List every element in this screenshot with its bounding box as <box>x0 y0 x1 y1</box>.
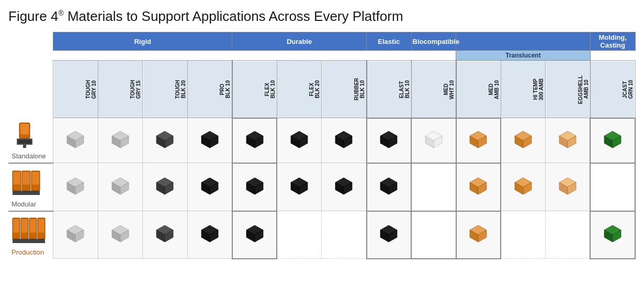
svg-rect-50 <box>13 191 40 195</box>
cell-standalone-tough_gry15 <box>98 118 143 163</box>
cell-standalone-flex_blk10 <box>232 118 277 163</box>
cell-standalone-rubber_blk10 <box>322 118 367 163</box>
cell-modular-flex_blk20 <box>277 163 322 211</box>
empty-biocompat-sub <box>411 51 456 61</box>
col-jcast-grn10: JCASTGRN 10 <box>590 61 635 118</box>
cell-production-tough_gry10 <box>53 211 98 259</box>
group-header-durable: Durable <box>232 32 367 51</box>
empty-elastic-sub <box>367 51 412 61</box>
group-header-hitemp <box>456 32 591 51</box>
col-flex-blk10: FLEXBLK 10 <box>232 61 277 118</box>
row-label-text-production: Production <box>12 248 44 256</box>
col-eggshell-amb: EGGSHELLAMB 10 <box>546 61 591 118</box>
col-flex-blk20: FLEXBLK 20 <box>277 61 322 118</box>
svg-rect-45 <box>13 172 20 185</box>
svg-rect-3 <box>18 140 31 144</box>
cell-standalone-eggshell_amb <box>546 118 591 163</box>
cell-standalone-tough_blk20 <box>143 118 188 163</box>
row-label-text-modular: Modular <box>12 200 36 208</box>
cell-production-flex_blk10 <box>232 211 277 259</box>
cell-modular-med_wht10 <box>411 163 456 211</box>
svg-rect-85 <box>13 219 19 233</box>
cell-production-tough_gry15 <box>98 211 143 259</box>
col-rubber-blk10: RUBBERBLK 10 <box>322 61 367 118</box>
svg-rect-91 <box>38 219 44 233</box>
svg-rect-4 <box>23 145 26 148</box>
cell-modular-rubber_blk10 <box>322 163 367 211</box>
cell-production-pro_blk10 <box>187 211 232 259</box>
subgroup-translucent: Translucent <box>456 51 591 61</box>
cell-production-rubber_blk10 <box>322 211 367 259</box>
group-header-molding: Molding, Casting <box>590 32 635 51</box>
group-header-elastic: Elastic <box>367 32 412 51</box>
page-title: Figure 4® Materials to Support Applicati… <box>8 8 636 25</box>
col-elast-blk10: ELASTBLK 10 <box>367 61 412 118</box>
empty-rigid-sub <box>53 51 232 61</box>
cell-modular-jcast_grn10 <box>590 163 635 211</box>
empty-header2 <box>8 51 53 61</box>
row-label-text-standalone: Standalone <box>12 152 46 160</box>
machine-image-standalone <box>12 120 50 151</box>
cell-standalone-hitemp_300 <box>501 118 546 163</box>
cell-modular-elast_blk10 <box>367 163 412 211</box>
machine-image-production <box>12 214 50 247</box>
cell-production-elast_blk10 <box>367 211 412 259</box>
cell-production-tough_blk20 <box>143 211 188 259</box>
col-tough-blk20: TOUGHBLK 20 <box>143 61 188 118</box>
cell-standalone-med_amb10 <box>456 118 501 163</box>
cell-production-flex_blk20 <box>277 211 322 259</box>
cell-production-med_amb10 <box>456 211 501 259</box>
svg-rect-47 <box>22 172 30 185</box>
cell-modular-tough_gry10 <box>53 163 98 211</box>
svg-rect-89 <box>30 219 36 233</box>
cell-modular-tough_blk20 <box>143 163 188 211</box>
group-header-rigid: Rigid <box>53 32 232 51</box>
svg-rect-49 <box>32 172 39 185</box>
cell-standalone-med_wht10 <box>411 118 456 163</box>
cell-production-eggshell_amb <box>546 211 591 259</box>
empty-durable-sub <box>232 51 367 61</box>
cell-standalone-pro_blk10 <box>187 118 232 163</box>
col-tough-gry15: TOUGHGRY 15 <box>98 61 143 118</box>
cell-modular-flex_blk10 <box>232 163 277 211</box>
machine-image-modular <box>12 166 50 199</box>
cell-production-med_wht10 <box>411 211 456 259</box>
col-pro-blk10: PROBLK 10 <box>187 61 232 118</box>
empty-header <box>8 32 53 51</box>
empty-molding-sub <box>590 51 635 61</box>
cell-modular-eggshell_amb <box>546 163 591 211</box>
cell-modular-med_amb10 <box>456 163 501 211</box>
cell-modular-tough_gry15 <box>98 163 143 211</box>
cell-standalone-tough_gry10 <box>53 118 98 163</box>
cell-modular-pro_blk10 <box>187 163 232 211</box>
cell-production-jcast_grn10 <box>590 211 635 259</box>
group-header-biocompat: Biocompatible <box>411 32 456 51</box>
cell-standalone-elast_blk10 <box>367 118 412 163</box>
row-label-production: Production <box>8 211 53 259</box>
cell-production-hitemp_300 <box>501 211 546 259</box>
col-hitemp-300: HI TEMP300 AMB <box>501 61 546 118</box>
cell-modular-hitemp_300 <box>501 163 546 211</box>
cell-standalone-jcast_grn10 <box>590 118 635 163</box>
svg-rect-1 <box>20 124 29 134</box>
cell-standalone-flex_blk20 <box>277 118 322 163</box>
col-tough-gry10: TOUGHGRY 10 <box>53 61 98 118</box>
row-label-standalone: Standalone <box>8 118 53 163</box>
svg-rect-87 <box>21 219 28 233</box>
col-med-wht10: MEDWHT 10 <box>411 61 456 118</box>
row-label-modular: Modular <box>8 163 53 211</box>
svg-rect-92 <box>13 239 45 243</box>
empty-col-header <box>8 61 53 118</box>
col-med-amb10: MEDAMB 10 <box>456 61 501 118</box>
